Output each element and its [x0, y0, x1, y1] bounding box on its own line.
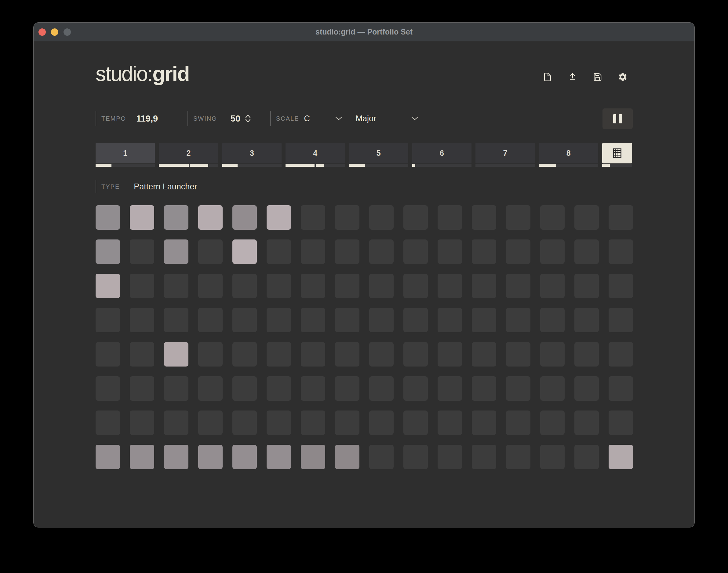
pad-r1-c9[interactable] [369, 205, 394, 230]
pad-r6-c1[interactable] [96, 376, 120, 401]
pad-r5-c12[interactable] [472, 342, 496, 367]
pad-r1-c2[interactable] [130, 205, 154, 230]
pad-r5-c10[interactable] [403, 342, 428, 367]
pad-r8-c2[interactable] [130, 445, 154, 469]
pad-r1-c10[interactable] [403, 205, 428, 230]
traffic-minimize[interactable] [51, 29, 58, 36]
pad-r5-c14[interactable] [540, 342, 565, 367]
pad-r8-c15[interactable] [574, 445, 599, 469]
pad-r7-c4[interactable] [198, 411, 223, 435]
pad-r8-c16[interactable] [609, 445, 633, 469]
tab-1[interactable]: 1 [96, 143, 155, 163]
pad-r1-c4[interactable] [198, 205, 223, 230]
tab-5[interactable]: 5 [349, 143, 408, 163]
pad-r4-c3[interactable] [164, 308, 188, 332]
traffic-close[interactable] [39, 29, 46, 36]
pad-r4-c6[interactable] [267, 308, 291, 332]
pad-r5-c13[interactable] [506, 342, 530, 367]
pad-r1-c16[interactable] [609, 205, 633, 230]
save-button[interactable] [593, 72, 603, 82]
pad-r6-c5[interactable] [232, 376, 257, 401]
pad-r3-c14[interactable] [540, 274, 565, 298]
pad-r4-c15[interactable] [574, 308, 599, 332]
pad-r3-c6[interactable] [267, 274, 291, 298]
pad-r2-c4[interactable] [198, 240, 223, 264]
pad-r5-c8[interactable] [335, 342, 359, 367]
pad-r4-c1[interactable] [96, 308, 120, 332]
pad-r5-c16[interactable] [609, 342, 633, 367]
pad-r5-c5[interactable] [232, 342, 257, 367]
pad-r8-c8[interactable] [335, 445, 359, 469]
pad-r3-c2[interactable] [130, 274, 154, 298]
pad-r1-c14[interactable] [540, 205, 565, 230]
pad-r4-c12[interactable] [472, 308, 496, 332]
pad-r2-c15[interactable] [574, 240, 599, 264]
pad-r6-c16[interactable] [609, 376, 633, 401]
pad-r8-c7[interactable] [301, 445, 325, 469]
tab-6[interactable]: 6 [412, 143, 471, 163]
pad-r6-c10[interactable] [403, 376, 428, 401]
pad-r7-c7[interactable] [301, 411, 325, 435]
pad-r2-c1[interactable] [96, 240, 120, 264]
pad-r4-c9[interactable] [369, 308, 394, 332]
pad-r4-c2[interactable] [130, 308, 154, 332]
pad-r7-c11[interactable] [438, 411, 462, 435]
pad-r4-c4[interactable] [198, 308, 223, 332]
pad-r1-c7[interactable] [301, 205, 325, 230]
pad-r3-c15[interactable] [574, 274, 599, 298]
pad-r5-c15[interactable] [574, 342, 599, 367]
pad-r6-c3[interactable] [164, 376, 188, 401]
traffic-zoom[interactable] [63, 29, 71, 36]
pad-r2-c9[interactable] [369, 240, 394, 264]
pad-r3-c8[interactable] [335, 274, 359, 298]
pad-r1-c8[interactable] [335, 205, 359, 230]
pad-r2-c13[interactable] [506, 240, 530, 264]
pad-r1-c12[interactable] [472, 205, 496, 230]
swing-stepper[interactable] [244, 114, 251, 123]
pad-r8-c13[interactable] [506, 445, 530, 469]
pad-r4-c16[interactable] [609, 308, 633, 332]
pad-r1-c15[interactable] [574, 205, 599, 230]
settings-button[interactable] [618, 72, 627, 82]
pad-r3-c3[interactable] [164, 274, 188, 298]
pad-r4-c10[interactable] [403, 308, 428, 332]
pad-r1-c11[interactable] [438, 205, 462, 230]
pad-r8-c1[interactable] [96, 445, 120, 469]
pad-r5-c1[interactable] [96, 342, 120, 367]
pad-r3-c1[interactable] [96, 274, 120, 298]
swing-value[interactable]: 50 [231, 114, 240, 124]
upload-button[interactable] [568, 72, 577, 82]
pad-r7-c1[interactable] [96, 411, 120, 435]
pad-r5-c6[interactable] [267, 342, 291, 367]
pad-r8-c4[interactable] [198, 445, 223, 469]
pad-r6-c6[interactable] [267, 376, 291, 401]
pad-r5-c3[interactable] [164, 342, 188, 367]
pad-r8-c14[interactable] [540, 445, 565, 469]
pad-r7-c16[interactable] [609, 411, 633, 435]
new-file-button[interactable] [543, 72, 552, 82]
pad-r8-c5[interactable] [232, 445, 257, 469]
pad-r2-c14[interactable] [540, 240, 565, 264]
pad-r1-c13[interactable] [506, 205, 530, 230]
pad-r7-c10[interactable] [403, 411, 428, 435]
pad-r2-c16[interactable] [609, 240, 633, 264]
pad-r6-c14[interactable] [540, 376, 565, 401]
pad-r5-c2[interactable] [130, 342, 154, 367]
pad-r4-c8[interactable] [335, 308, 359, 332]
pad-r3-c5[interactable] [232, 274, 257, 298]
pad-r3-c16[interactable] [609, 274, 633, 298]
pad-r2-c12[interactable] [472, 240, 496, 264]
pause-button[interactable] [603, 108, 633, 129]
pad-r6-c8[interactable] [335, 376, 359, 401]
pad-r2-c3[interactable] [164, 240, 188, 264]
pad-r5-c11[interactable] [438, 342, 462, 367]
tab-2[interactable]: 2 [159, 143, 218, 163]
pad-r6-c4[interactable] [198, 376, 223, 401]
pad-r5-c4[interactable] [198, 342, 223, 367]
tab-7[interactable]: 7 [475, 143, 535, 163]
pad-r2-c6[interactable] [267, 240, 291, 264]
pad-r8-c12[interactable] [472, 445, 496, 469]
pad-r7-c2[interactable] [130, 411, 154, 435]
scale-root-select[interactable]: C [304, 114, 342, 123]
pad-r8-c6[interactable] [267, 445, 291, 469]
